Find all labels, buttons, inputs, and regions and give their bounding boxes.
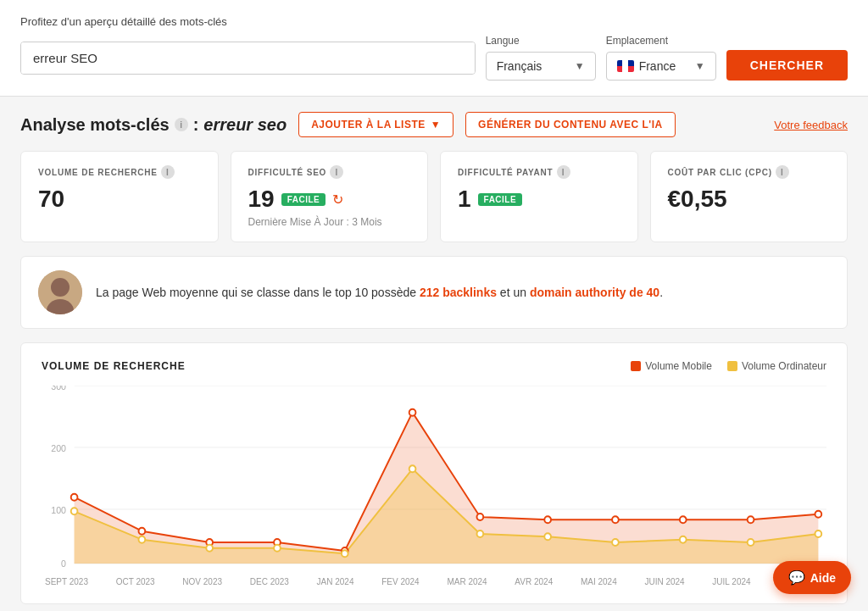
seo-badge: FACILE [281, 193, 326, 206]
payant-info-icon[interactable]: i [557, 165, 570, 179]
search-input-wrap [20, 42, 476, 75]
metrics-row: VOLUME DE RECHERCHE i 70 DIFFICULTÉ SEO … [20, 151, 848, 242]
svg-point-20 [544, 516, 551, 523]
svg-point-30 [409, 465, 416, 472]
svg-point-33 [612, 539, 619, 546]
main-content: Analyse mots-clés i : erreur seo AJOUTER… [0, 97, 868, 611]
cpc-value: €0,55 [668, 186, 831, 213]
generate-content-button[interactable]: GÉNÉRER DU CONTENU AVEC L'IA [465, 112, 676, 137]
avatar-svg [38, 270, 82, 314]
svg-point-35 [748, 539, 754, 546]
svg-text:300: 300 [51, 386, 66, 392]
payant-difficulty-row: 1 FACILE [458, 186, 620, 213]
cpc-label: COÛT PAR CLIC (CPC) i [668, 165, 831, 179]
x-axis-label: DEC 2023 [250, 577, 289, 586]
x-axis-label: JUIL 2024 [712, 577, 750, 586]
svg-point-29 [342, 550, 348, 557]
info-text-before: La page Web moyenne qui se classe dans l… [96, 286, 420, 299]
refresh-icon[interactable]: ↻ [332, 192, 343, 208]
svg-text:0: 0 [61, 558, 66, 569]
chart-header: VOLUME DE RECHERCHE Volume Mobile Volume… [42, 360, 826, 372]
svg-text:100: 100 [51, 505, 66, 515]
metric-card-volume: VOLUME DE RECHERCHE i 70 [20, 151, 219, 242]
france-flag-icon [617, 60, 634, 72]
help-label: Aide [810, 571, 836, 585]
backlinks-highlight: 212 backlinks [420, 286, 497, 299]
svg-point-28 [274, 545, 281, 552]
svg-point-27 [206, 545, 213, 552]
svg-point-26 [139, 536, 146, 543]
add-to-list-label: AJOUTER À LA LISTE [311, 119, 426, 131]
svg-point-31 [477, 530, 484, 537]
svg-point-23 [748, 516, 754, 523]
payant-value: 1 [458, 186, 471, 213]
legend-mobile-dot [631, 361, 641, 371]
metric-card-seo: DIFFICULTÉ SEO i 19 FACILE ↻ Dernière Mi… [231, 151, 429, 242]
title-separator: : [193, 115, 199, 135]
svg-text:200: 200 [51, 443, 66, 453]
seo-value: 19 [248, 186, 275, 213]
svg-point-14 [139, 528, 146, 535]
lang-select[interactable]: Français ▼ [486, 52, 596, 81]
x-axis-label: NOV 2023 [182, 577, 222, 586]
search-input[interactable] [21, 42, 475, 74]
chart-legend: Volume Mobile Volume Ordinateur [631, 360, 826, 372]
svg-point-19 [477, 514, 484, 520]
seo-difficulty-row: 19 FACILE ↻ [248, 186, 411, 213]
speech-bubble-icon: 💬 [788, 569, 805, 586]
svg-point-34 [680, 536, 687, 543]
x-axis-label: SEPT 2023 [45, 577, 88, 586]
x-axis-label: AVR 2024 [515, 577, 553, 586]
domain-highlight: domain authority de 40 [530, 286, 659, 299]
keyword-text: erreur seo [203, 115, 287, 135]
volume-label: VOLUME DE RECHERCHE i [38, 165, 201, 179]
title-prefix: Analyse mots-clés [20, 115, 170, 135]
search-bar: Profitez d'un aperçu détaillé des mots-c… [0, 0, 868, 97]
x-axis-label: OCT 2023 [116, 577, 155, 586]
volume-info-icon[interactable]: i [161, 165, 175, 179]
metric-card-cpc: COÛT PAR CLIC (CPC) i €0,55 [650, 151, 849, 242]
x-axis-label: MAR 2024 [447, 577, 487, 586]
svg-point-18 [409, 409, 416, 416]
analysis-info-icon[interactable]: i [175, 118, 188, 131]
add-to-list-button[interactable]: AJOUTER À LA LISTE ▼ [298, 112, 453, 137]
cpc-info-icon[interactable]: i [776, 165, 789, 179]
loc-label: Emplacement [606, 35, 716, 47]
chart-svg: 300 200 100 0 [42, 386, 826, 572]
svg-point-25 [71, 508, 78, 514]
legend-desktop: Volume Ordinateur [727, 360, 826, 372]
x-axis-labels: SEPT 2023OCT 2023NOV 2023DEC 2023JAN 202… [42, 577, 826, 586]
info-banner: La page Web moyenne qui se classe dans l… [20, 256, 848, 329]
location-value: France [639, 59, 676, 73]
chart-title: VOLUME DE RECHERCHE [42, 360, 186, 372]
analysis-title: Analyse mots-clés i : erreur seo [20, 115, 287, 135]
info-text-after: . [659, 286, 663, 299]
legend-desktop-label: Volume Ordinateur [742, 360, 826, 372]
payant-label: DIFFICULTÉ PAYANT i [458, 165, 620, 179]
x-axis-label: FEV 2024 [381, 577, 419, 586]
search-row: Langue Français ▼ Emplacement France ▼ C… [20, 35, 848, 81]
svg-point-13 [71, 494, 78, 501]
add-dropdown-arrow: ▼ [431, 119, 441, 131]
info-text-middle: et un [497, 286, 530, 299]
analysis-header: Analyse mots-clés i : erreur seo AJOUTER… [20, 112, 848, 137]
help-button[interactable]: 💬 Aide [773, 561, 851, 594]
seo-info-icon[interactable]: i [330, 165, 343, 179]
svg-point-21 [612, 516, 619, 523]
x-axis-label: JAN 2024 [317, 577, 354, 586]
volume-value: 70 [38, 186, 201, 213]
avatar [38, 270, 82, 314]
x-axis-label: JUIN 2024 [644, 577, 684, 586]
svg-point-22 [680, 516, 687, 523]
lang-value: Français [497, 59, 542, 73]
chart-card: VOLUME DE RECHERCHE Volume Mobile Volume… [20, 342, 848, 604]
search-button[interactable]: CHERCHER [726, 50, 848, 81]
x-axis-label: MAI 2024 [581, 577, 617, 586]
svg-point-32 [544, 533, 551, 540]
metric-card-payant: DIFFICULTÉ PAYANT i 1 FACILE [440, 151, 638, 242]
lang-select-wrap: Langue Français ▼ [486, 35, 596, 81]
lang-dropdown-arrow: ▼ [575, 60, 585, 72]
location-select[interactable]: France ▼ [606, 52, 716, 81]
svg-point-1 [51, 278, 70, 297]
feedback-link[interactable]: Votre feedback [774, 119, 848, 131]
